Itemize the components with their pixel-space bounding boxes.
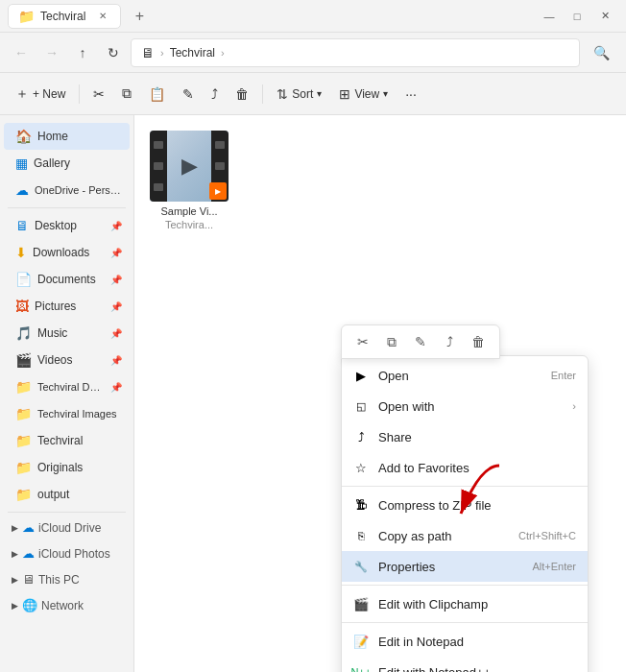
paste-icon: 📋 [149,86,165,102]
desktop-icon: 🖥 [15,218,29,233]
share-btn[interactable]: ⤴ [204,79,226,109]
sidebar-item-home[interactable]: 🏠 Home [4,123,130,150]
sidebar-item-videos[interactable]: 🎬 Videos 📌 [4,347,130,373]
sidebar-group-icloud-drive[interactable]: ▶ ☁ iCloud Drive [4,516,130,539]
ctx-edit-clipchamp[interactable]: 🎬 Edit with Clipchamp [342,588,588,619]
icloud-drive-icon: ☁ [22,520,35,535]
up-btn[interactable]: ↑ [69,39,96,66]
techviral-images-icon: 📁 [15,406,32,421]
sidebar-item-music[interactable]: 🎵 Music 📌 [4,320,130,347]
ctx-copy-path[interactable]: ⎘ Copy as path Ctrl+Shift+C [342,520,588,551]
expand-icon2: ▶ [12,549,18,559]
ctx-share[interactable]: ⤴ Share [342,421,588,452]
music-pin-icon: 📌 [110,328,122,339]
ctx-openwith-arrow: › [572,400,576,412]
back-btn[interactable]: ← [8,39,35,66]
film-strip-left [150,131,167,202]
ctx-copypath-icon: ⎘ [353,528,369,543]
ctx-share-btn[interactable]: ⤴ [436,329,463,354]
ctx-cut-btn[interactable]: ✂ [349,329,376,354]
ctx-add-favorites[interactable]: ☆ Add to Favorites [342,452,588,483]
tab-close-btn[interactable]: ✕ [95,9,110,24]
sidebar-gallery-label: Gallery [34,156,122,170]
ctx-copypath-shortcut: Ctrl+Shift+C [518,530,576,541]
main-area: 🏠 Home ▦ Gallery ☁ OneDrive - Persona 🖥 … [0,115,626,672]
sidebar-item-documents[interactable]: 📄 Documents 📌 [4,266,130,293]
refresh-btn[interactable]: ↻ [100,39,127,66]
ctx-cut-icon: ✂ [357,334,369,349]
new-tab-btn[interactable]: + [127,4,152,29]
ctx-openwith-icon: ◱ [353,398,369,414]
sidebar-item-output[interactable]: 📁 output [4,481,130,508]
ctx-copy-icon: ⧉ [387,334,397,350]
ctx-rename-btn[interactable]: ✎ [407,329,434,354]
ctx-share-icon: ⤴ [353,429,369,444]
film-hole [215,162,225,170]
file-item-sample-video[interactable]: ▶ ▶ Sample Vi... Techvira... [146,127,232,236]
ctx-open-icon: ▶ [353,368,369,383]
gallery-icon: ▦ [15,156,28,171]
rename-icon: ✎ [182,86,194,102]
toolbar-sep2 [262,84,263,104]
new-btn[interactable]: ＋ + New [8,79,73,109]
copy-btn[interactable]: ⧉ [114,79,139,109]
search-btn[interactable]: 🔍 [584,39,618,66]
cut-icon: ✂ [93,86,105,102]
rename-btn[interactable]: ✎ [175,79,202,109]
downloads-icon: ⬇ [15,245,27,260]
ctx-copy-btn[interactable]: ⧉ [378,329,405,354]
ctx-compress[interactable]: 🗜 Compress to ZIP file [342,490,588,520]
sort-btn[interactable]: ⇅ Sort ▾ [269,79,329,109]
ctx-open-with[interactable]: ◱ Open with › [342,391,588,421]
context-menu-toolbar: ✂ ⧉ ✎ ⤴ 🗑 [341,324,500,359]
ctx-edit-notepad[interactable]: 📝 Edit in Notepad [342,626,588,657]
ctx-compress-label: Compress to ZIP file [378,498,576,513]
ctx-properties[interactable]: 🔧 Properties Alt+Enter [342,551,588,582]
sidebar-item-originals[interactable]: 📁 Originals [4,454,130,481]
sidebar-group-network[interactable]: ▶ 🌐 Network [4,594,130,616]
sidebar-group-icloud-photos[interactable]: ▶ ☁ iCloud Photos [4,542,130,564]
address-bar[interactable]: 🖥 › Techviral › [131,38,580,67]
content-area: ▶ ▶ Sample Vi... Techvira... ✂ ⧉ ✎ ⤴ [134,115,626,672]
minimize-btn[interactable]: — [536,4,563,29]
maximize-btn[interactable]: □ [564,4,590,29]
ctx-properties-label: Properties [378,560,522,574]
pictures-icon: 🖼 [15,299,29,314]
sidebar-item-desktop[interactable]: 🖥 Desktop 📌 [4,212,130,239]
delete-btn[interactable]: 🗑 [228,79,256,109]
forward-btn[interactable]: → [38,39,65,66]
view-btn[interactable]: ⊞ View ▾ [331,79,396,109]
sort-chevron-icon: ▾ [317,88,322,99]
sidebar-item-onedrive[interactable]: ☁ OneDrive - Persona [4,177,130,204]
ctx-open[interactable]: ▶ Open Enter [342,360,588,391]
toolbar: ＋ + New ✂ ⧉ 📋 ✎ ⤴ 🗑 ⇅ Sort ▾ ⊞ View ▾ ··… [0,73,626,115]
sidebar-item-techviral-docum[interactable]: 📁 Techviral Docum... 📌 [4,373,130,400]
cut-btn[interactable]: ✂ [85,79,112,109]
sidebar-item-techviral[interactable]: 📁 Techviral [4,427,130,454]
ctx-edit-notepadpp[interactable]: N++ Edit with Notepad++ [342,657,588,672]
ctx-open-label: Open [378,369,542,383]
tab-title: Techviral [40,10,85,23]
ctx-delete-btn[interactable]: 🗑 [465,329,492,354]
video-type-icon: ▶ [209,182,227,200]
sidebar-item-techviral-images[interactable]: 📁 Techviral Images [4,400,130,427]
techviral-docum-pin-icon: 📌 [110,382,122,393]
close-btn[interactable]: ✕ [591,4,618,29]
this-pc-icon: 🖥 [22,572,35,587]
ctx-clipchamp-label: Edit with Clipchamp [378,597,576,612]
context-menu: ▶ Open Enter ◱ Open with › ⤴ Share ☆ Add… [341,355,589,672]
ctx-notepadpp-icon: N++ [353,664,369,672]
sidebar-item-pictures[interactable]: 🖼 Pictures 📌 [4,293,130,320]
videos-icon: 🎬 [15,352,32,368]
expand-icon3: ▶ [12,575,18,585]
sidebar-item-downloads[interactable]: ⬇ Downloads 📌 [4,239,130,266]
paste-btn[interactable]: 📋 [141,79,173,109]
video-content-icon: ▶ [181,154,198,179]
sidebar-onedrive-label: OneDrive - Persona [35,184,122,196]
sidebar-group-this-pc[interactable]: ▶ 🖥 This PC [4,568,130,590]
film-hole [154,141,163,149]
sort-arrow-icon: ⇅ [277,86,288,102]
more-btn[interactable]: ··· [397,79,424,109]
sidebar-item-gallery[interactable]: ▦ Gallery [4,150,130,177]
icloud-photos-label: iCloud Photos [38,547,110,561]
